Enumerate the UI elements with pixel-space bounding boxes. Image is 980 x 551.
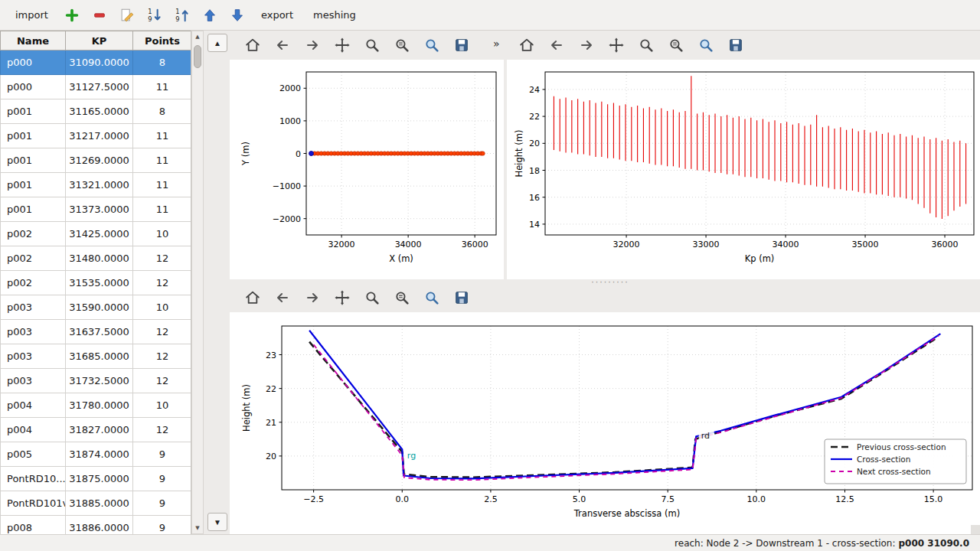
svg-text:21: 21 — [266, 418, 276, 428]
table-row[interactable]: p00031127.500011 — [1, 75, 192, 99]
back-button[interactable] — [546, 34, 567, 56]
table-row[interactable]: p00031090.00008 — [1, 51, 192, 75]
home-button[interactable] — [242, 34, 263, 56]
svg-text:Y (m): Y (m) — [240, 142, 251, 166]
edit-button[interactable] — [116, 4, 139, 27]
column-header-kp[interactable]: KP — [66, 31, 133, 51]
column-header-name[interactable]: Name — [1, 31, 66, 51]
table-row[interactable]: p00231480.000012 — [1, 246, 192, 271]
sort-descending-button[interactable]: 19 — [171, 4, 194, 27]
home-button[interactable] — [242, 287, 263, 308]
save-button[interactable] — [725, 34, 746, 56]
table-row[interactable]: p00331637.500012 — [1, 320, 192, 344]
cell-kp: 31165.0000 — [66, 99, 133, 124]
save-button[interactable] — [451, 34, 472, 56]
sort-ascending-button[interactable]: 19 — [143, 4, 166, 27]
back-icon — [274, 37, 291, 54]
table-row[interactable]: p00331685.000012 — [1, 344, 192, 369]
pan-icon — [334, 289, 351, 306]
pan-button[interactable] — [332, 34, 353, 56]
svg-text:1: 1 — [175, 8, 179, 15]
cell-name: p002 — [1, 246, 66, 271]
table-row[interactable]: p00131321.000011 — [1, 173, 192, 197]
previous-section-button[interactable]: ▲ — [207, 34, 227, 52]
home-button[interactable] — [516, 34, 537, 56]
customize-icon — [423, 289, 440, 306]
table-row[interactable]: p00831886.00009 — [1, 516, 192, 535]
svg-text:22: 22 — [529, 112, 540, 122]
svg-text:Cross-section: Cross-section — [857, 455, 910, 464]
customize-button[interactable] — [421, 34, 443, 56]
back-button[interactable] — [272, 34, 293, 56]
table-row[interactable]: PontRD101v31885.00009 — [1, 491, 192, 516]
table-row[interactable]: p00231425.000010 — [1, 222, 192, 246]
scrollbar-up-icon[interactable]: ▲ — [192, 31, 203, 42]
zoom-button[interactable] — [361, 287, 383, 308]
pan-button[interactable] — [332, 287, 353, 308]
cell-name: p000 — [1, 51, 66, 75]
resize-grip[interactable] — [971, 525, 980, 534]
table-row[interactable]: p00131165.00008 — [1, 99, 192, 124]
table-row[interactable]: p00131373.000011 — [1, 197, 192, 222]
zoom-button[interactable] — [635, 34, 657, 56]
pan-button[interactable] — [606, 34, 627, 56]
scrollbar-down-icon[interactable]: ▼ — [192, 523, 203, 533]
longitudinal-profile-plot[interactable]: 3200033000340003500036000141618202224Kp … — [507, 60, 980, 279]
toolbar-overflow-icon[interactable]: » — [493, 37, 500, 50]
svg-text:33000: 33000 — [693, 240, 720, 249]
column-header-points[interactable]: Points — [133, 31, 192, 51]
svg-text:32000: 32000 — [613, 240, 640, 249]
forward-button[interactable] — [302, 287, 323, 308]
forward-button[interactable] — [302, 34, 323, 56]
next-section-button[interactable]: ▼ — [207, 513, 227, 531]
customize-button[interactable] — [421, 287, 443, 308]
export-button[interactable]: export — [253, 5, 301, 24]
svg-text:36000: 36000 — [462, 240, 488, 249]
splitter-handle[interactable]: ········· — [576, 279, 645, 286]
cross-section-plot[interactable]: −2.50.02.55.07.510.012.515.020212223Tran… — [230, 312, 980, 534]
svg-text:34000: 34000 — [395, 240, 422, 249]
customize-button[interactable] — [695, 34, 717, 56]
cell-points: 11 — [133, 75, 192, 99]
subplots-button[interactable] — [391, 287, 413, 308]
cell-kp: 31885.0000 — [66, 491, 133, 516]
cell-kp: 31886.0000 — [66, 516, 133, 535]
cell-points: 11 — [133, 148, 192, 173]
table-scrollbar[interactable]: ▲ ▼ — [191, 31, 204, 534]
zoom-button[interactable] — [361, 34, 383, 56]
table-row[interactable]: p00531874.00009 — [1, 442, 192, 467]
move-down-button[interactable] — [226, 4, 249, 27]
table-row[interactable]: p00331590.000010 — [1, 295, 192, 320]
meshing-button[interactable]: meshing — [305, 5, 364, 24]
back-button[interactable] — [272, 287, 293, 308]
import-button[interactable]: import — [8, 5, 56, 24]
scrollbar-thumb[interactable] — [194, 45, 201, 68]
table-row[interactable]: p00431827.000012 — [1, 418, 192, 442]
save-icon — [453, 37, 470, 54]
svg-text:35000: 35000 — [852, 240, 879, 249]
forward-button[interactable] — [576, 34, 597, 56]
table-row[interactable]: PontRD10...31875.00009 — [1, 467, 192, 491]
subplots-button[interactable] — [665, 34, 687, 56]
remove-button[interactable] — [88, 4, 111, 27]
cell-kp: 31827.0000 — [66, 418, 133, 442]
plan-view-plot[interactable]: 320003400036000−2000−1000010002000X (m)Y… — [230, 60, 504, 279]
table-row[interactable]: p00131217.000011 — [1, 124, 192, 148]
cell-kp: 31090.0000 — [66, 51, 133, 75]
cell-name: p003 — [1, 295, 66, 320]
table-row[interactable]: p00431780.000010 — [1, 393, 192, 418]
add-button[interactable] — [60, 4, 83, 27]
table-row[interactable]: p00131269.000011 — [1, 148, 192, 173]
save-button[interactable] — [451, 287, 472, 308]
table-row[interactable]: p00331732.500012 — [1, 369, 192, 393]
cell-points: 9 — [133, 442, 192, 467]
svg-text:Kp (m): Kp (m) — [745, 253, 775, 264]
move-up-button[interactable] — [198, 4, 221, 27]
cell-kp: 31321.0000 — [66, 173, 133, 197]
sort-descending-icon: 19 — [174, 7, 191, 24]
svg-text:Height (m): Height (m) — [241, 384, 252, 432]
cell-name: p004 — [1, 393, 66, 418]
table-row[interactable]: p00231535.000012 — [1, 271, 192, 295]
cell-name: p001 — [1, 148, 66, 173]
subplots-button[interactable] — [391, 34, 413, 56]
